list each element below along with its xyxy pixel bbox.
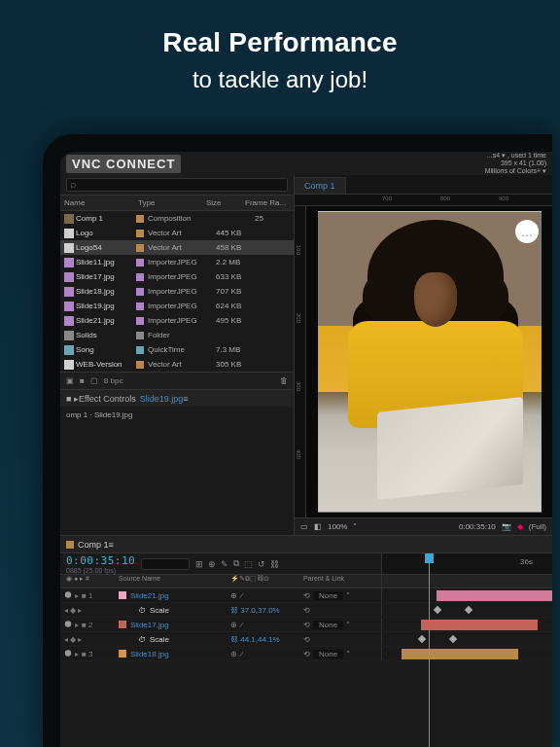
keyframe-nav-icon[interactable]: ◂ ◆ ▸ (64, 606, 82, 615)
timeline-toolbar[interactable]: ⊞⊕✎⧉⬚↺⛓ (195, 558, 279, 569)
layer-mode-icon[interactable]: ⊕ (230, 650, 237, 658)
constrain-icon[interactable]: ⛓ (230, 635, 238, 644)
project-file-row[interactable]: Slide18.jpgImporterJPEG707 KB (60, 284, 294, 299)
keyframe-nav-icon[interactable]: ◂ ◆ ▸ (64, 635, 82, 644)
label-swatch-icon[interactable] (136, 230, 144, 237)
timeline-tool-icon[interactable]: ⛓ (270, 559, 279, 569)
timeline-layer-row[interactable]: ▸■ 3Slide18.jpg⊕∕⟲None˅ (60, 647, 552, 661)
label-swatch-icon[interactable] (136, 302, 144, 310)
folder-icon[interactable]: ▣ (66, 376, 74, 385)
project-file-row[interactable]: Slide17.jpgImporterJPEG633 KB (60, 269, 294, 284)
timeline-tool-icon[interactable]: ⊕ (208, 559, 216, 569)
timeline-layer-list[interactable]: ▸■ 1Slide21.jpg⊕∕⟲None˅◂ ◆ ▸⏱ Scale⛓ 37.… (60, 588, 552, 747)
header-info-3[interactable]: Millions of Colors+ ▾ (485, 167, 546, 175)
keyframe-icon[interactable] (465, 606, 472, 614)
timeline-layer-row[interactable]: ▸■ 1Slide21.jpg⊕∕⟲None˅ (60, 588, 552, 603)
project-file-row[interactable]: LogoVector Art445 KB (60, 226, 294, 240)
bpc-toggle[interactable]: 8 bpc (104, 376, 123, 385)
zoom-level[interactable]: 100% (328, 522, 347, 531)
timeline-timecode[interactable]: 0:00:35:10 (66, 554, 135, 567)
layer-swatch-icon[interactable] (119, 621, 126, 628)
project-footer[interactable]: ▣ ■ ▢ 8 bpc 🗑 (60, 372, 294, 389)
snapshot-icon[interactable]: 📷 (502, 522, 511, 531)
timeline-property-row[interactable]: ◂ ◆ ▸⏱ Scale⛓ 44.1,44.1%⟲ (60, 632, 552, 647)
project-file-row[interactable]: Slide19.jpgImporterJPEG624 KB (60, 299, 294, 313)
label-swatch-icon[interactable] (136, 259, 144, 267)
visibility-icon[interactable] (64, 650, 72, 658)
timeline-search-input[interactable] (141, 558, 190, 570)
parent-dropdown[interactable]: None (313, 621, 343, 629)
layer-swatch-icon[interactable] (119, 650, 126, 658)
scale-value[interactable]: 37.0,37.0% (240, 606, 279, 615)
floating-menu-button[interactable]: ... (515, 220, 539, 243)
timeline-tool-icon[interactable]: ⧉ (233, 558, 239, 569)
mask-icon[interactable]: ▭ (300, 522, 308, 531)
expression-pickwhip-icon[interactable]: ⟲ (303, 606, 310, 615)
timeline-tool-icon[interactable]: ⊞ (195, 559, 203, 569)
project-file-list[interactable]: Comp 1Composition25LogoVector Art445 KBL… (60, 211, 294, 372)
effect-controls-tab[interactable]: ■ ▸ Effect Controls Slide19.jpg ≡ (60, 389, 294, 407)
viewer-tab-comp1[interactable]: Comp 1 (295, 177, 346, 194)
resolution-dropdown[interactable]: (Full) (529, 522, 546, 531)
trash-icon[interactable]: 🗑 (280, 376, 288, 385)
layer-fx-icon[interactable]: ∕ (241, 650, 242, 658)
layer-swatch-icon[interactable] (119, 591, 126, 599)
toggle-alpha-icon[interactable]: ◧ (314, 522, 322, 531)
expression-pickwhip-icon[interactable]: ⟲ (303, 635, 310, 644)
timeline-tool-icon[interactable]: ✎ (221, 559, 228, 569)
layer-mode-icon[interactable]: ⊕ (230, 591, 237, 600)
label-swatch-icon[interactable] (136, 332, 144, 339)
label-swatch-icon[interactable] (136, 273, 144, 281)
project-columns-header[interactable]: Name Type Size Frame Ra... (60, 195, 294, 211)
pickwhip-icon[interactable]: ⟲ (303, 621, 310, 629)
viewer-footer[interactable]: ▭ ◧ 100% ˅ 0:00:35:10 📷 ◆ (Full) (295, 517, 552, 535)
timeline-tab[interactable]: Comp 1 ≡ (60, 536, 552, 553)
layer-bar[interactable] (421, 620, 538, 630)
keyframe-icon[interactable] (449, 635, 457, 643)
project-file-row[interactable]: Logo54Vector Art458 KB (60, 240, 294, 255)
file-type-icon (64, 345, 74, 355)
label-swatch-icon[interactable] (136, 244, 144, 252)
new-folder-icon[interactable]: ▢ (90, 376, 98, 385)
label-swatch-icon[interactable] (136, 317, 144, 325)
timeline-property-row[interactable]: ◂ ◆ ▸⏱ Scale⛓ 37.0,37.0%⟲ (60, 603, 552, 618)
timeline-layer-row[interactable]: ▸■ 2Slide17.jpg⊕∕⟲None˅ (60, 618, 552, 632)
layer-fx-icon[interactable]: ∕ (241, 591, 242, 600)
project-file-row[interactable]: SolidsFolder (60, 328, 294, 342)
project-file-row[interactable]: Slide21.jpgImporterJPEG495 KB (60, 313, 294, 328)
label-swatch-icon[interactable] (136, 361, 144, 369)
composition-canvas[interactable]: ... (306, 206, 552, 517)
pickwhip-icon[interactable]: ⟲ (303, 591, 310, 600)
scale-value[interactable]: 44.1,44.1% (240, 635, 279, 644)
parent-dropdown[interactable]: None (313, 591, 343, 600)
viewer-time[interactable]: 0:00:35:10 (459, 522, 496, 531)
stopwatch-icon[interactable]: ⏱ (138, 606, 146, 615)
keyframe-icon[interactable] (418, 635, 426, 643)
stopwatch-icon[interactable]: ⏱ (138, 635, 146, 644)
label-swatch-icon[interactable] (136, 215, 144, 223)
new-comp-icon[interactable]: ■ (80, 376, 85, 385)
pickwhip-icon[interactable]: ⟲ (303, 650, 310, 658)
label-swatch-icon[interactable] (136, 288, 144, 296)
timeline-columns-header[interactable]: ◉ ● ▸ # Source Name ⚡✎⧉⬚⛓⊙ Parent & Link (60, 575, 552, 588)
layer-mode-icon[interactable]: ⊕ (230, 621, 237, 629)
label-swatch-icon[interactable] (136, 346, 144, 354)
project-file-row[interactable]: WEB-VersionVector Art305 KB (60, 357, 294, 372)
timeline-tool-icon[interactable]: ⬚ (244, 559, 253, 569)
visibility-icon[interactable] (64, 591, 72, 599)
time-ruler[interactable]: 36s (381, 553, 552, 574)
file-type-icon (64, 272, 74, 282)
parent-dropdown[interactable]: None (313, 650, 343, 658)
visibility-icon[interactable] (64, 621, 72, 628)
project-file-row[interactable]: Slide11.jpgImporterJPEG2.2 MB (60, 255, 294, 269)
layer-bar[interactable] (402, 649, 518, 659)
channels-icon[interactable]: ◆ (517, 522, 523, 531)
project-file-row[interactable]: SongQuickTime7.3 MB (60, 342, 294, 357)
project-file-row[interactable]: Comp 1Composition25 (60, 211, 294, 226)
layer-bar[interactable] (437, 590, 552, 601)
layer-fx-icon[interactable]: ∕ (241, 621, 242, 629)
timeline-tool-icon[interactable]: ↺ (258, 559, 265, 569)
keyframe-icon[interactable] (434, 606, 441, 614)
constrain-icon[interactable]: ⛓ (230, 606, 238, 615)
project-search-input[interactable] (66, 178, 288, 192)
